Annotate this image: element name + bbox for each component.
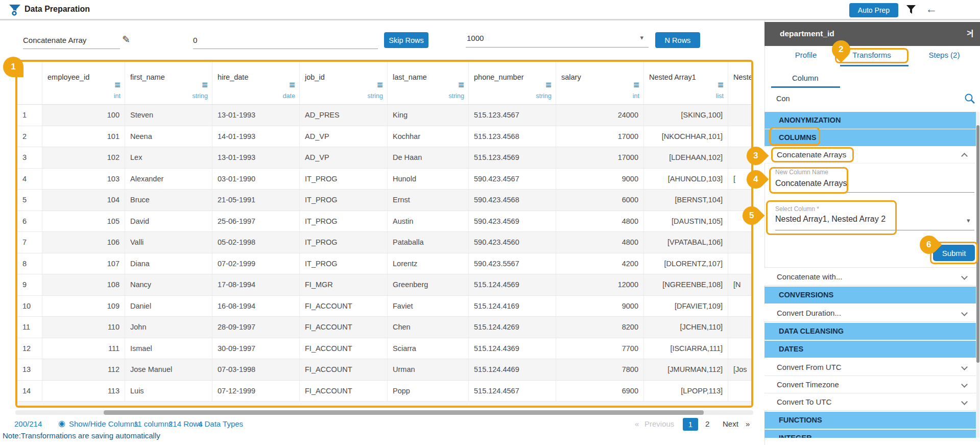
column-menu-icon[interactable]: ≡ bbox=[202, 79, 208, 91]
section-band-dates[interactable]: DATES bbox=[764, 341, 976, 358]
skip-rows-input[interactable] bbox=[193, 32, 378, 49]
show-hide-columns-link[interactable]: Show/Hide Columns bbox=[69, 419, 138, 428]
column-header-nested-array-2[interactable]: Nested Array 2≡ bbox=[728, 62, 753, 104]
table-row[interactable]: 7106Valli05-02-1998IT_PROGPataballa590.4… bbox=[17, 232, 751, 253]
column-menu-icon[interactable]: ≡ bbox=[377, 79, 383, 91]
cell-phone-number: 515.123.4569 bbox=[469, 147, 556, 168]
cell-employee-id: 109 bbox=[42, 296, 125, 317]
dataset-name-input[interactable] bbox=[23, 32, 120, 49]
row-number: 2 bbox=[17, 126, 42, 147]
transform-item-convert-to-utc[interactable]: Convert To UTC bbox=[764, 393, 976, 411]
column-menu-icon[interactable]: ≡ bbox=[114, 79, 121, 91]
transform-item-convert-from-utc[interactable]: Convert From UTC bbox=[764, 359, 976, 376]
search-icon[interactable] bbox=[964, 93, 975, 104]
section-band-columns[interactable]: COLUMNS bbox=[764, 129, 976, 146]
column-header-nested-array1[interactable]: Nested Array1≡list bbox=[644, 62, 728, 104]
prev-page-arrow[interactable]: « bbox=[635, 419, 639, 428]
column-menu-icon[interactable]: ≡ bbox=[718, 79, 724, 91]
transform-search-input[interactable] bbox=[776, 92, 960, 105]
auto-prep-button[interactable]: Auto Prep bbox=[849, 3, 898, 17]
column-header-employee-id[interactable]: employee_id≡int bbox=[42, 62, 125, 104]
cell-hire-date: 03-01-1990 bbox=[212, 169, 300, 190]
column-header-phone-number[interactable]: phone_number≡string bbox=[469, 62, 556, 104]
table-row[interactable]: 12111Ismael30-09-1997FI_ACCOUNTSciarra51… bbox=[17, 338, 751, 360]
table-row[interactable]: 9108Nancy17-08-1994FI_MGRGreenberg515.12… bbox=[17, 274, 751, 296]
cell-nested-array1: [ISCIARRA,111] bbox=[644, 338, 728, 359]
sidebar-scrollbar-thumb[interactable] bbox=[976, 125, 979, 363]
table-row[interactable]: 6105David25-06-1997IT_PROGAustin590.423.… bbox=[17, 211, 751, 232]
next-page-arrow[interactable]: » bbox=[746, 419, 750, 428]
column-menu-icon[interactable]: ≡ bbox=[289, 79, 295, 91]
prev-page-button[interactable]: Previous bbox=[644, 419, 674, 428]
transform-label: Concatenate Arrays bbox=[777, 150, 846, 159]
select-column-value[interactable]: Nested Array1, Nested Array 2 bbox=[775, 215, 886, 224]
table-row[interactable]: 10109Daniel16-08-1994FI_ACCOUNTFaviet515… bbox=[17, 296, 751, 317]
selected-column-title: department_id bbox=[780, 29, 834, 38]
table-row[interactable]: 3102Lex13-01-1993AD_VPDe Haan515.123.456… bbox=[17, 147, 751, 169]
data-types-count: 4 Data Types bbox=[198, 419, 243, 428]
column-header-salary[interactable]: salary≡int bbox=[556, 62, 644, 104]
transform-item-convert-timezone[interactable]: Convert Timezone bbox=[764, 376, 976, 393]
cell-job-id: AD_VP bbox=[300, 126, 388, 147]
cell-nested-array1: [AHUNOLD,103] bbox=[644, 169, 728, 190]
table-row[interactable]: 8107Diana07-02-1999IT_PROGLorentz590.423… bbox=[17, 253, 751, 275]
column-header-hire-date[interactable]: hire_date≡date bbox=[212, 62, 300, 104]
table-row[interactable]: 2101Neena14-01-1993AD_VPKochhar515.123.4… bbox=[17, 126, 751, 148]
column-menu-icon[interactable]: ≡ bbox=[545, 79, 552, 91]
table-row[interactable]: 14113Luis07-12-1999FI_ACCOUNTPopp515.124… bbox=[17, 381, 751, 402]
column-menu-icon[interactable]: ≡ bbox=[458, 79, 464, 91]
table-row[interactable]: 11110John28-09-1997FI_ACCOUNTChen515.124… bbox=[17, 317, 751, 338]
column-name: job_id bbox=[305, 73, 325, 81]
column-name: first_name bbox=[130, 73, 165, 81]
table-row-partial bbox=[17, 402, 751, 408]
transform-label: Convert Duration... bbox=[777, 309, 841, 317]
section-band-anonymization[interactable]: ANONYMIZATION bbox=[764, 112, 976, 129]
cell-phone-number: 515.124.4169 bbox=[469, 296, 556, 317]
n-rows-button[interactable]: N Rows bbox=[655, 32, 700, 48]
horizontal-scrollbar-thumb[interactable] bbox=[104, 410, 704, 415]
cell-job-id: IT_PROG bbox=[300, 211, 388, 232]
subtab-column[interactable]: Column bbox=[792, 74, 819, 82]
table-row[interactable]: 4103Alexander03-01-1990IT_PROGHunold590.… bbox=[17, 169, 751, 190]
eye-icon[interactable]: ◉ bbox=[58, 418, 65, 428]
chevron-down-icon bbox=[961, 364, 968, 370]
column-name: last_name bbox=[393, 73, 427, 81]
chevron-down-icon[interactable]: ▾ bbox=[967, 217, 970, 224]
section-band-integer[interactable]: INTEGER bbox=[764, 430, 976, 438]
cell-nested-array1: [LPOPP,113] bbox=[644, 381, 728, 402]
section-band-functions[interactable]: FUNCTIONS bbox=[764, 412, 976, 429]
table-row[interactable]: 13112Jose Manuel07-03-1998FI_ACCOUNTUrma… bbox=[17, 359, 751, 381]
tab-steps[interactable]: Steps (2) bbox=[914, 51, 975, 59]
cell-phone-number: 515.124.4567 bbox=[469, 381, 556, 402]
new-column-name-label: New Column Name bbox=[775, 169, 828, 176]
tab-profile[interactable]: Profile bbox=[779, 51, 833, 59]
column-type-label: date bbox=[283, 92, 295, 100]
collapse-sidebar-icon[interactable]: >| bbox=[967, 29, 973, 38]
filter-icon[interactable] bbox=[906, 5, 916, 15]
edit-pencil-icon[interactable]: ✎ bbox=[122, 34, 130, 45]
cell-last-name: Ernst bbox=[388, 190, 469, 210]
skip-rows-button[interactable]: Skip Rows bbox=[384, 32, 428, 48]
next-page-button[interactable]: Next bbox=[723, 419, 738, 428]
page-2-button[interactable]: 2 bbox=[705, 419, 709, 428]
section-band-data-cleansing[interactable]: DATA CLEANSING bbox=[764, 323, 976, 340]
cell-phone-number: 590.423.4569 bbox=[469, 211, 556, 232]
table-row[interactable]: 1100Steven13-01-1993AD_PRESKing515.123.4… bbox=[17, 105, 751, 126]
back-arrow-icon[interactable]: ← bbox=[925, 2, 937, 16]
page-1-button[interactable]: 1 bbox=[683, 418, 698, 431]
column-header-first-name[interactable]: first_name≡string bbox=[125, 62, 212, 104]
transform-item-concatenate-arrays[interactable]: Concatenate Arrays bbox=[764, 147, 976, 163]
column-header-job-id[interactable]: job_id≡string bbox=[300, 62, 388, 104]
n-rows-select[interactable]: 1000 ▾ bbox=[466, 31, 649, 48]
transform-item-concatenate-with[interactable]: Concatenate with... bbox=[764, 268, 976, 286]
page-title: Data Preparation bbox=[25, 5, 90, 14]
row-number: 14 bbox=[17, 381, 42, 402]
table-row[interactable]: 5104Bruce21-05-1991IT_PROGErnst590.423.4… bbox=[17, 190, 751, 211]
column-header-last-name[interactable]: last_name≡string bbox=[388, 62, 469, 104]
cell-job-id: FI_ACCOUNT bbox=[300, 296, 388, 317]
column-menu-icon[interactable]: ≡ bbox=[633, 79, 639, 91]
section-band-conversions[interactable]: CONVERSIONS bbox=[764, 287, 976, 303]
transform-item-convert-duration[interactable]: Convert Duration... bbox=[764, 305, 976, 322]
cell-salary: 4200 bbox=[556, 253, 644, 274]
new-column-name-input[interactable] bbox=[775, 177, 972, 190]
